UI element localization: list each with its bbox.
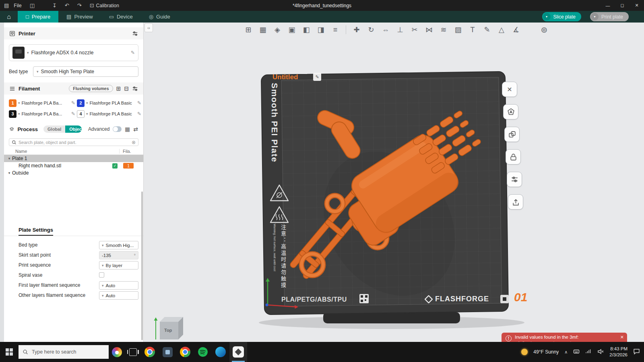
taskbar-search[interactable]: Type here to search	[19, 345, 109, 359]
edit-filament-icon[interactable]: ✎	[137, 100, 141, 106]
first-layer-sequence-select[interactable]: ▾ Auto	[99, 281, 138, 290]
action-center-button[interactable]	[633, 348, 640, 356]
global-toggle[interactable]: Global	[43, 125, 65, 133]
save-icon[interactable]: ↧	[49, 0, 60, 11]
edit-filament-icon[interactable]: ✎	[71, 111, 75, 117]
objects-toggle[interactable]: Objects	[65, 125, 82, 133]
arrange-icon[interactable]: ▣	[286, 24, 298, 36]
printer-selector[interactable]: ▾ Flashforge AD5X 0.4 nozzle ✎	[9, 44, 138, 61]
filament-slot[interactable]: 3 ▾ Flashforge PLA Ba... ✎	[9, 109, 75, 118]
viewport-3d-canvas[interactable]	[144, 23, 644, 342]
bed-type-select[interactable]: ▾ Smooth High Temp Plate	[33, 66, 138, 77]
lay-on-face-icon[interactable]: ⊥	[394, 24, 406, 36]
Preview[interactable]: ▤ Preview	[58, 11, 101, 23]
minimize-button[interactable]: —	[601, 0, 615, 11]
auto-orient-plate-button[interactable]	[503, 104, 518, 119]
print-plate-button[interactable]: ▾ Print plate	[590, 12, 629, 21]
task-view-button[interactable]	[125, 342, 141, 362]
Device[interactable]: ▭ Device	[101, 11, 141, 23]
flushing-volumes-button[interactable]: Flushing volumes	[69, 85, 113, 92]
split-objects-icon[interactable]: ◧	[300, 24, 312, 36]
cut-icon[interactable]: ✂	[409, 24, 421, 36]
mirror-icon[interactable]: ⋈	[423, 24, 435, 36]
lock-plate-button[interactable]	[506, 149, 521, 165]
printer-settings-icon[interactable]	[132, 31, 138, 37]
file-menu[interactable]: File	[10, 0, 25, 11]
filament-slot[interactable]: 1 ▾ Flashforge PLA Ba... ✎	[9, 99, 75, 107]
support-painting-icon[interactable]: ▨	[452, 24, 464, 36]
taskbar-app-browser[interactable]	[176, 342, 194, 362]
sidebar-scrollbar[interactable]	[141, 191, 143, 340]
plate-settings-button[interactable]	[507, 172, 522, 187]
text-tool-icon[interactable]: T	[466, 24, 479, 36]
other-layers-sequence-select[interactable]: ▾ Auto	[99, 291, 138, 300]
filament-settings-icon[interactable]	[132, 86, 138, 92]
add-filament-icon[interactable]: ⊞	[116, 85, 121, 92]
undo-icon[interactable]: ↶	[62, 0, 72, 11]
collapse-sidebar-button[interactable]: ‹›	[144, 23, 153, 32]
variable-layer-height-icon[interactable]: ≋	[438, 24, 450, 36]
color-painting-icon[interactable]: ✎	[481, 24, 493, 36]
process-sync-icon[interactable]: ⇄	[133, 126, 138, 132]
skirt-start-input[interactable]: -135 °	[99, 251, 138, 259]
Prepare[interactable]: □ Prepare	[18, 11, 58, 23]
filament-slot[interactable]: 4 ▾ Flashforge PLA Basic ✎	[77, 109, 141, 118]
slice-dropdown-icon[interactable]: ▾	[543, 13, 551, 21]
print-dropdown-icon[interactable]: ▾	[591, 13, 599, 21]
advanced-toggle[interactable]	[113, 126, 122, 132]
weather-widget[interactable]: 49°F Sunny	[533, 349, 559, 355]
arrange-plate-button[interactable]	[504, 127, 520, 142]
scale-icon[interactable]: ⇔	[380, 24, 392, 36]
add-model-icon[interactable]: ⊞	[242, 24, 254, 36]
add-plate-icon[interactable]: ▦	[257, 24, 269, 36]
move-icon[interactable]: ✚	[351, 24, 363, 36]
home-button[interactable]: ⌂	[0, 11, 18, 23]
object-visible-checkbox[interactable]: ✓	[112, 163, 118, 169]
view-cube-top-face[interactable]: Top	[164, 328, 172, 333]
rotate-icon[interactable]: ↻	[365, 24, 377, 36]
bed-type-plate-select[interactable]: ▾ Smooth Hig...	[99, 241, 138, 249]
tray-volume-muted-icon[interactable]	[597, 348, 604, 356]
tray-expand-icon[interactable]: ∧	[564, 350, 568, 355]
object-filament-cell[interactable]: 1	[123, 163, 134, 169]
fill-plate-icon[interactable]: ≡	[329, 24, 341, 36]
tree-row-outside[interactable]: ▾ Outside	[4, 169, 143, 177]
slice-plate-button[interactable]: ▾ Slice plate	[542, 12, 581, 21]
taskbar-clock[interactable]: 8:43 PM 2/3/2026	[609, 346, 627, 358]
taskbar-app-slicer[interactable]	[229, 342, 247, 362]
rename-plate-icon[interactable]: ✎	[313, 73, 321, 81]
tray-network-icon[interactable]	[585, 348, 592, 356]
paint-app-icon[interactable]	[109, 342, 125, 362]
edit-printer-icon[interactable]: ✎	[131, 50, 135, 56]
print-sequence-select[interactable]: ▾ By layer	[99, 261, 138, 269]
calibration-menu[interactable]: ⊡ Calibration	[87, 0, 122, 11]
panels-icon[interactable]: ◫	[27, 0, 38, 11]
lift-plate-button[interactable]	[508, 194, 523, 210]
redo-icon[interactable]: ↷	[74, 0, 85, 11]
close-button[interactable]: ✕	[630, 0, 644, 11]
process-table-icon[interactable]: ▦	[125, 126, 130, 132]
filament-slot[interactable]: 2 ▾ Flashforge PLA Basic ✎	[77, 99, 141, 107]
edit-filament-icon[interactable]: ✎	[137, 111, 141, 117]
taskbar-app-chrome[interactable]	[141, 342, 159, 362]
search-input[interactable]	[19, 140, 130, 145]
measure-icon[interactable]: ∡	[510, 24, 522, 36]
tree-row-object[interactable]: Right mech hand.stl ✓ 1	[4, 162, 143, 169]
assembly-view-icon[interactable]: ⊚	[537, 23, 551, 36]
tree-row-plate-1[interactable]: ▾ Plate 1	[4, 155, 143, 162]
remove-filament-icon[interactable]: ⊟	[124, 85, 129, 92]
taskbar-app-edge[interactable]	[212, 342, 229, 362]
start-button[interactable]	[0, 342, 19, 362]
delete-plate-button[interactable]: ✕	[502, 82, 517, 97]
Guide[interactable]: ◎ Guide	[141, 11, 178, 23]
tray-keyboard-icon[interactable]	[573, 348, 580, 356]
auto-orient-icon[interactable]: ◈	[271, 24, 283, 36]
taskbar-app-spotify[interactable]	[194, 342, 212, 362]
maximize-button[interactable]: ◻	[615, 0, 630, 11]
taskbar-app-files[interactable]	[159, 342, 176, 362]
edit-filament-icon[interactable]: ✎	[71, 100, 75, 106]
spiral-vase-checkbox[interactable]	[99, 272, 104, 278]
split-parts-icon[interactable]: ◨	[315, 24, 327, 36]
clear-search-icon[interactable]: ⊗	[132, 140, 136, 145]
seam-painting-icon[interactable]: △	[495, 24, 508, 36]
